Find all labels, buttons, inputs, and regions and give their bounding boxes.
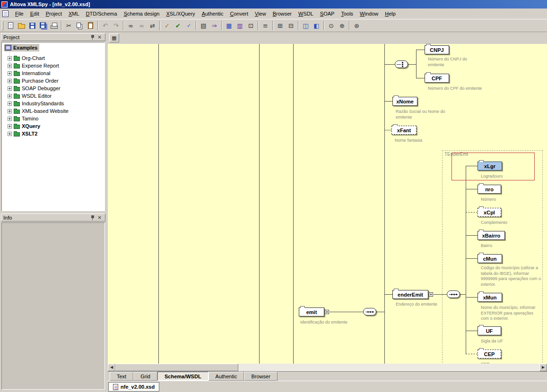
schema-element-uf[interactable]: UF xyxy=(478,326,501,335)
tab-browser-view[interactable]: Browser xyxy=(244,372,277,381)
tree-item-soap-debugger[interactable]: SOAP Debugger xyxy=(8,85,61,92)
menu-xsl-xquery[interactable]: XSL/XQuery xyxy=(163,9,198,18)
tree-item-expense-report[interactable]: Expense Report xyxy=(8,62,59,69)
tree-item-xslt2[interactable]: XSLT2 xyxy=(8,130,37,137)
assign-schema-button[interactable]: ▤ xyxy=(198,20,209,31)
new-document-button[interactable] xyxy=(5,20,16,31)
expand-icon[interactable] xyxy=(8,132,12,136)
menu-convert[interactable]: Convert xyxy=(227,9,252,18)
project-close-button[interactable]: × xyxy=(96,34,103,40)
tree-item-examples[interactable]: Examples xyxy=(4,44,39,51)
expand-icon[interactable] xyxy=(8,71,12,76)
schema-element-cmun[interactable]: cMun xyxy=(478,254,502,263)
undo-button[interactable]: ↶ xyxy=(100,20,111,31)
menu-window[interactable]: Window xyxy=(356,9,382,18)
expand-icon[interactable] xyxy=(8,64,12,68)
scrollbar-thumb[interactable] xyxy=(115,364,238,371)
tree-item-purchase-order[interactable]: Purchase Order xyxy=(8,77,59,85)
project-pin-button[interactable] xyxy=(89,34,96,40)
goto-definition-button[interactable]: ⇒ xyxy=(209,20,220,31)
tab-schema-wsdl-view[interactable]: Schema/WSDL xyxy=(157,372,208,381)
tab-text-view[interactable]: Text xyxy=(110,372,133,381)
schema-element-xmun[interactable]: xMun xyxy=(478,293,502,302)
authentic-view-button[interactable]: ▥ xyxy=(234,20,245,31)
expand-icon[interactable] xyxy=(8,94,12,98)
enhanced-grid-view-button[interactable]: ▦ xyxy=(224,20,234,31)
menu-edit[interactable]: Edit xyxy=(27,9,43,18)
info-pin-button[interactable] xyxy=(89,214,96,221)
tree-item-tamino[interactable]: Tamino xyxy=(8,115,38,122)
schema-element-xnome[interactable]: xNome xyxy=(392,97,417,106)
redo-button[interactable]: ↷ xyxy=(111,20,122,31)
copy-button[interactable] xyxy=(74,20,85,31)
menu-browser[interactable]: Browser xyxy=(269,9,295,18)
scroll-right-button[interactable]: ▶ xyxy=(539,364,547,371)
validate-button[interactable]: ✔ xyxy=(173,20,183,31)
schema-element-xfant[interactable]: xFant xyxy=(391,126,417,135)
schema-element-emit[interactable]: emit xyxy=(299,307,324,316)
menu-tools[interactable]: Tools xyxy=(338,9,356,18)
tab-grid-view[interactable]: Grid xyxy=(133,372,157,381)
find-button[interactable]: ∞ xyxy=(125,20,136,31)
schema-display-button[interactable]: ▦ xyxy=(109,34,119,43)
schema-element-cpf[interactable]: CPF xyxy=(425,74,449,83)
document-tab-nfe[interactable]: nfe_v2.00.xsd xyxy=(108,382,159,392)
menu-dtd-schema[interactable]: DTD/Schema xyxy=(83,9,121,18)
open-file-button[interactable] xyxy=(16,20,27,31)
cut-button[interactable]: ✂ xyxy=(63,20,74,31)
expand-icon[interactable] xyxy=(429,292,433,297)
sequence-icon[interactable] xyxy=(363,308,376,315)
database-import-button[interactable]: ⊕ xyxy=(337,20,347,31)
replace-button[interactable]: ⇄ xyxy=(147,20,158,31)
expand-all-button[interactable]: ⊞ xyxy=(275,20,286,31)
horizontal-scrollbar[interactable]: ◀ ▶ xyxy=(108,364,547,371)
database-query-button[interactable]: ⊙ xyxy=(326,20,337,31)
expand-icon[interactable] xyxy=(8,102,12,106)
menu-view[interactable]: View xyxy=(252,9,269,18)
tree-item-xml-based-website[interactable]: XML-based Website xyxy=(8,107,69,115)
menu-soap[interactable]: SOAP xyxy=(317,9,338,18)
menu-schema-design[interactable]: Schema design xyxy=(121,9,163,18)
info-close-button[interactable]: × xyxy=(96,214,103,221)
expand-icon[interactable] xyxy=(325,310,329,314)
expand-icon[interactable] xyxy=(8,109,12,113)
menu-file[interactable]: File xyxy=(12,9,27,18)
save-all-button[interactable] xyxy=(38,20,49,31)
schema-element-xcpl[interactable]: xCpl xyxy=(478,208,501,217)
document-window-icon[interactable] xyxy=(2,10,9,17)
add-element-button[interactable]: ◫ xyxy=(300,20,311,31)
choice-icon[interactable] xyxy=(395,60,408,68)
schema-element-xbairro[interactable]: xBairro xyxy=(478,231,505,240)
expand-icon[interactable] xyxy=(8,79,12,83)
check-well-formed-button[interactable]: ✓ xyxy=(162,20,173,31)
schema-element-nro[interactable]: nro xyxy=(478,185,501,194)
expand-icon[interactable] xyxy=(8,86,12,91)
schema-element-enderemit[interactable]: enderEmit xyxy=(392,290,428,299)
add-attribute-button[interactable]: ◧ xyxy=(311,20,322,31)
browser-view-button[interactable]: ⊡ xyxy=(245,20,256,31)
tree-item-wsdl-editor[interactable]: WSDL Editor xyxy=(8,92,52,100)
schema-element-xlgr[interactable]: xLgr xyxy=(478,162,502,170)
scroll-left-button[interactable]: ◀ xyxy=(108,364,115,371)
schema-element-cnpj[interactable]: CNPJ xyxy=(425,45,449,54)
save-file-button[interactable] xyxy=(27,20,38,31)
spell-check-button[interactable]: ✓ xyxy=(183,20,194,31)
paste-button[interactable] xyxy=(85,20,96,31)
pretty-print-button[interactable]: ≡ xyxy=(260,20,271,31)
tree-item-industrystandards[interactable]: IndustryStandards xyxy=(8,100,64,107)
tab-authentic-view[interactable]: Authentic xyxy=(208,372,244,381)
menu-project[interactable]: Project xyxy=(43,9,65,18)
expand-icon[interactable] xyxy=(8,56,12,60)
toolbar-grip[interactable] xyxy=(2,21,3,30)
sequence-icon[interactable] xyxy=(447,290,460,298)
menu-help[interactable]: Help xyxy=(382,9,399,18)
menu-wsdl[interactable]: WSDL xyxy=(295,9,317,18)
tree-item-xquery[interactable]: XQuery xyxy=(8,122,40,130)
tree-item-org-chart[interactable]: Org-Chart xyxy=(8,54,45,62)
find-next-button[interactable]: ∞ xyxy=(136,20,147,31)
menu-authentic[interactable]: Authentic xyxy=(199,9,227,18)
tree-item-international[interactable]: International xyxy=(8,69,51,77)
expand-icon[interactable] xyxy=(8,117,12,121)
options-button[interactable]: ⊛ xyxy=(351,20,362,31)
print-button[interactable] xyxy=(49,20,60,31)
